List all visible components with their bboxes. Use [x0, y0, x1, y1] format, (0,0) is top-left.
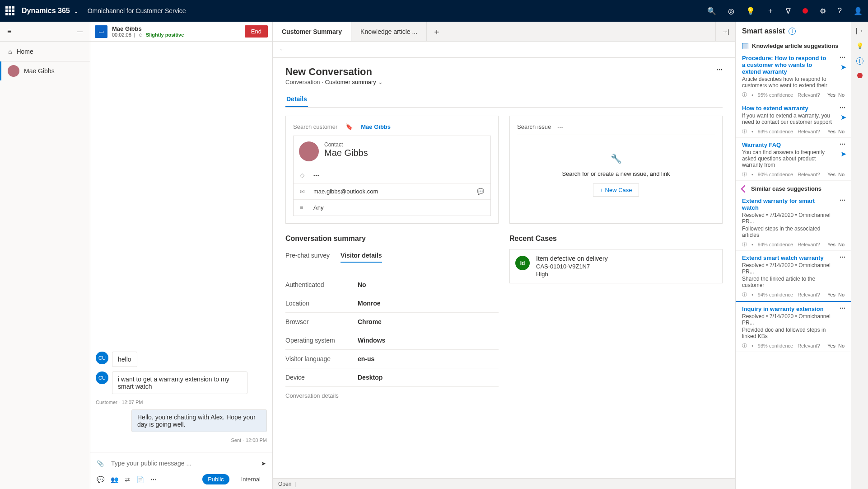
customer-avatar: CU: [96, 371, 108, 384]
relevant-yes[interactable]: Yes: [827, 242, 835, 247]
case-icon: Id: [515, 256, 530, 270]
home-nav[interactable]: ⌂ Home: [0, 42, 90, 61]
relevant-no[interactable]: No: [838, 92, 845, 98]
relevant-yes[interactable]: Yes: [827, 92, 835, 98]
brand-name[interactable]: Dynamics 365: [22, 7, 70, 15]
record-icon[interactable]: [857, 73, 863, 78]
relevant-no[interactable]: No: [838, 129, 845, 134]
more-icon[interactable]: [840, 141, 845, 147]
gear-icon[interactable]: ⚙: [820, 7, 826, 15]
suggestion-item[interactable]: Extend warranty for smart watch Resolved…: [736, 194, 851, 251]
suggestion-item[interactable]: Inquiry in warranty extension Resolved •…: [736, 301, 851, 352]
user-icon[interactable]: 👤: [854, 7, 863, 15]
global-header: Dynamics 365 ⌄ Omnichannel for Customer …: [0, 0, 868, 22]
tab-knowledge-article[interactable]: Knowledge article ...: [351, 22, 427, 41]
task-icon[interactable]: ◎: [728, 7, 734, 15]
internal-toggle[interactable]: Internal: [236, 474, 266, 484]
more-icon[interactable]: [840, 305, 845, 311]
list-icon: ≡: [300, 204, 307, 211]
relevant-no[interactable]: No: [838, 172, 845, 177]
tab-overflow-icon[interactable]: →|: [715, 22, 735, 41]
chevron-down-icon[interactable]: ⌄: [74, 8, 79, 14]
suggestion-item[interactable]: Extend smart watch warranty Resolved • 7…: [736, 251, 851, 301]
conversation-summary: Conversation summary Pre-chat survey Vis…: [285, 235, 499, 404]
details-tab[interactable]: Details: [285, 92, 308, 107]
more-icon[interactable]: [840, 254, 845, 260]
status-bar: Open |: [273, 478, 735, 489]
sentiment-icon: ☺: [138, 32, 143, 38]
consult-icon[interactable]: 👥: [111, 476, 118, 483]
link-icon: [741, 185, 749, 193]
end-button[interactable]: End: [245, 25, 268, 38]
send-icon[interactable]: ➤: [840, 113, 846, 122]
search-icon[interactable]: 🔍: [707, 7, 716, 15]
more-icon[interactable]: [150, 476, 157, 483]
public-toggle[interactable]: Public: [202, 474, 229, 484]
case-item[interactable]: Id Item defective on delivery CAS-01010-…: [509, 249, 723, 283]
more-commands-icon[interactable]: [717, 66, 723, 73]
tab-customer-summary[interactable]: Customer Summary: [273, 22, 351, 41]
smart-assist-title: Smart assist: [742, 27, 785, 35]
recent-cases: Recent Cases Id Item defective on delive…: [509, 235, 723, 404]
customer-card: Search customer 🔖 Mae Gibbs Contact Mae …: [285, 116, 499, 224]
search-customer-label[interactable]: Search customer: [293, 123, 337, 130]
attachment-icon[interactable]: 📎: [97, 460, 104, 467]
filter-icon[interactable]: ∇: [786, 7, 791, 15]
info-icon[interactable]: i: [856, 57, 863, 65]
new-case-button[interactable]: + New Case: [593, 183, 639, 197]
transfer-icon[interactable]: ⇄: [125, 476, 130, 483]
chat-icon[interactable]: 💬: [477, 188, 484, 195]
wrench-icon: 🔧: [611, 153, 622, 164]
case-section: Similar case suggestions: [736, 183, 851, 194]
tab-prechat[interactable]: Pre-chat survey: [285, 249, 330, 263]
send-icon[interactable]: ➤: [840, 63, 846, 71]
session-item[interactable]: Mae Gibbs: [0, 61, 90, 80]
home-label: Home: [16, 48, 33, 55]
lightbulb-icon[interactable]: 💡: [746, 7, 755, 15]
suggestion-item[interactable]: How to extend warranty ➤ If you want to …: [736, 101, 851, 138]
relevant-no[interactable]: No: [838, 242, 845, 247]
message-input[interactable]: [108, 457, 257, 470]
add-icon[interactable]: ＋: [767, 6, 774, 16]
issue-hint: Search for or create a new issue, and li…: [562, 170, 670, 177]
notes-icon[interactable]: 📄: [136, 476, 144, 483]
back-icon[interactable]: ←: [279, 46, 285, 53]
more-icon[interactable]: [840, 54, 845, 61]
relevant-yes[interactable]: Yes: [827, 292, 835, 297]
more-label[interactable]: Conversation details: [285, 387, 499, 404]
chevron-down-icon[interactable]: ⌄: [378, 79, 383, 85]
expand-icon[interactable]: |→: [856, 27, 864, 34]
tab-visitor-details[interactable]: Visitor details: [341, 249, 382, 263]
page-title: New Conversation: [285, 66, 383, 78]
search-issue-label[interactable]: Search issue: [517, 123, 551, 130]
more-icon[interactable]: [840, 104, 845, 111]
compose-area: 📎 ➤ 💬 👥 ⇄ 📄 Public Internal: [90, 452, 272, 489]
app-tabs: Customer Summary Knowledge article ... ＋…: [273, 22, 735, 42]
customer-tag[interactable]: Mae Gibbs: [361, 123, 391, 130]
relevant-yes[interactable]: Yes: [827, 343, 835, 348]
relevant-yes[interactable]: Yes: [827, 129, 835, 134]
contact-email[interactable]: mae.gibbs@outlook.com: [313, 188, 378, 195]
quick-reply-icon[interactable]: 💬: [97, 476, 104, 483]
info-icon[interactable]: i: [789, 28, 796, 35]
more-icon[interactable]: [840, 197, 845, 203]
relevant-yes[interactable]: Yes: [827, 172, 835, 177]
add-tab-button[interactable]: ＋: [427, 22, 447, 41]
suggestion-item[interactable]: Warranty FAQ ➤ You can find answers to f…: [736, 138, 851, 181]
lightbulb-icon[interactable]: 💡: [856, 42, 863, 49]
suggestion-item[interactable]: Procedure: How to respond to a customer …: [736, 51, 851, 101]
section-title: Conversation summary: [285, 235, 499, 243]
section-title: Recent Cases: [509, 235, 723, 243]
rail-collapse-icon[interactable]: —: [77, 28, 83, 35]
presence-indicator[interactable]: [803, 8, 808, 14]
help-icon[interactable]: ?: [838, 7, 842, 15]
send-icon[interactable]: ➤: [840, 150, 846, 158]
relevant-no[interactable]: No: [838, 343, 845, 348]
hamburger-icon[interactable]: ≡: [7, 28, 11, 36]
contact-name[interactable]: Mae Gibbs: [324, 148, 368, 158]
chat-sentiment: Slightly positive: [146, 32, 184, 38]
app-launcher-icon[interactable]: [5, 6, 14, 15]
smart-assist-panel: Smart assist i Knowledge article suggest…: [735, 22, 868, 489]
relevant-no[interactable]: No: [838, 292, 845, 297]
send-icon[interactable]: ➤: [261, 460, 266, 467]
